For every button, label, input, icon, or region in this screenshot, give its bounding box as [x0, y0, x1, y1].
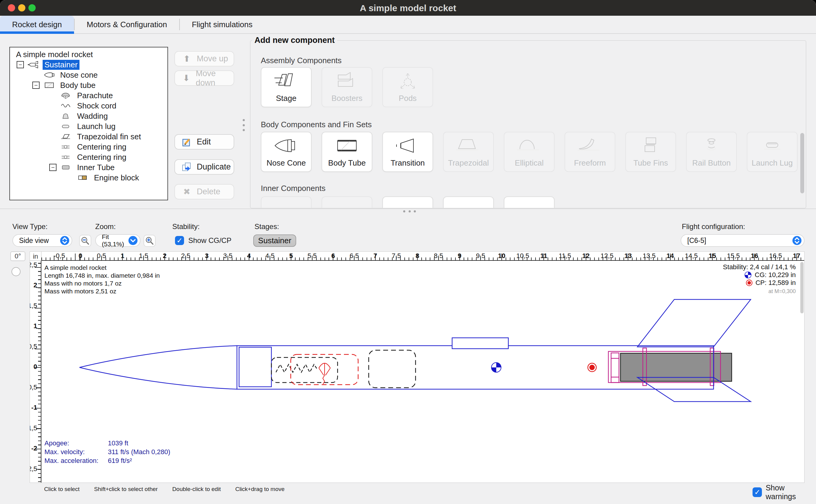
- tree-item-engine-block[interactable]: Engine block: [10, 173, 167, 183]
- h-ruler-label: 14,5: [685, 252, 698, 260]
- tree-item-centering-ring[interactable]: Centering ring: [10, 142, 167, 152]
- tree-item-centering-ring[interactable]: Centering ring: [10, 152, 167, 162]
- tree-item-nose-cone[interactable]: Nose cone: [10, 70, 167, 80]
- add-nose-cone-button[interactable]: Nose Cone: [261, 132, 312, 172]
- add-transition-button[interactable]: Transition: [382, 132, 433, 172]
- move-down-button[interactable]: ⬇ Move down: [174, 70, 234, 86]
- card-label: Stage: [276, 94, 296, 103]
- show-warnings-label: Show warnings: [766, 483, 816, 501]
- tree-item-wadding[interactable]: Wadding: [10, 111, 167, 121]
- add-pods-button[interactable]: Pods: [382, 67, 433, 107]
- add-centering-ring-button[interactable]: [443, 196, 494, 208]
- cp-value: CP: 12,589 in: [756, 279, 796, 287]
- apogee-label: Apogee:: [44, 439, 108, 447]
- flight-config-select[interactable]: [C6-5]: [681, 234, 805, 247]
- h-ruler-label: 10,5: [516, 252, 529, 260]
- add-panel-scrollbar[interactable]: [800, 133, 804, 193]
- zoom-select[interactable]: Fit (53,1%): [95, 234, 141, 247]
- stage-toggle-sustainer[interactable]: Sustainer: [253, 234, 296, 247]
- show-warnings-control[interactable]: ✓ Show warnings: [753, 483, 816, 501]
- add-rail-button-button[interactable]: Rail Button: [686, 132, 737, 172]
- card-label: Freeform: [574, 158, 606, 168]
- delete-button[interactable]: ✖ Delete: [174, 184, 234, 199]
- add-elliptical-button[interactable]: Elliptical: [504, 132, 555, 172]
- rotation-dial[interactable]: [11, 267, 21, 276]
- horizontal-splitter-handle[interactable]: [403, 210, 416, 212]
- h-ruler-label: 4,5: [265, 252, 275, 260]
- view-type-label: View Type:: [12, 222, 48, 231]
- show-cgcp-control[interactable]: ✓ Show CG/CP: [175, 236, 232, 245]
- canvas-scrollbar[interactable]: [800, 262, 804, 313]
- h-ruler-label: 5: [289, 252, 293, 260]
- tree-expander-icon[interactable]: −: [49, 164, 57, 171]
- add-trapezoidal-button[interactable]: Trapezoidal: [443, 132, 494, 172]
- tree-item-label: Inner Tube: [75, 163, 116, 173]
- tab-flight-simulations[interactable]: Flight simulations: [180, 16, 265, 33]
- rotation-angle-field[interactable]: 0°: [10, 251, 25, 261]
- rocket-canvas[interactable]: in -0,500,511,522,533,544,555,566,577,58…: [30, 251, 805, 483]
- add-body-tube-button[interactable]: Body Tube: [322, 132, 372, 172]
- view-type-select[interactable]: Side view: [12, 234, 72, 247]
- edit-button[interactable]: Edit: [174, 134, 234, 150]
- component-tree[interactable]: A simple model rocket−SustainerNose cone…: [9, 47, 168, 200]
- tree-expander-icon[interactable]: −: [17, 61, 24, 68]
- boosters-icon: [333, 71, 361, 93]
- show-cgcp-checkbox[interactable]: ✓: [175, 236, 184, 245]
- titlebar: A simple model rocket: [0, 0, 816, 16]
- add-tube-coupler-button[interactable]: [261, 196, 312, 208]
- card-label: Nose Cone: [267, 158, 306, 168]
- fin-set-icon: [59, 133, 72, 141]
- zoom-out-button[interactable]: [79, 235, 91, 247]
- add-tube-fins-button[interactable]: Tube Fins: [625, 132, 676, 172]
- hint-text: Click to select: [44, 486, 79, 493]
- tree-item-shock-cord[interactable]: Shock cord: [10, 101, 167, 111]
- card-label: Transition: [390, 158, 425, 168]
- tree-item-label: Parachute: [75, 91, 115, 101]
- add-component-title: Add new component: [252, 36, 337, 45]
- card-label: Rail Button: [692, 158, 730, 168]
- section-label-inner-components: Inner Components: [261, 184, 325, 193]
- add-freeform-button[interactable]: Freeform: [565, 132, 615, 172]
- flight-config-value: [C6-5]: [687, 237, 792, 245]
- v-ruler-label: -0,5: [30, 383, 37, 391]
- tree-item-launch-lug[interactable]: Launch lug: [10, 121, 167, 131]
- h-ruler-label: 14: [666, 252, 674, 260]
- tree-item-label: Centering ring: [75, 152, 128, 162]
- edit-label: Edit: [197, 137, 211, 147]
- v-ruler-label: 1: [34, 322, 37, 330]
- engine-block-icon: [76, 174, 89, 182]
- add-stage-button[interactable]: Stage: [261, 67, 312, 107]
- add-launch-lug-button[interactable]: Launch Lug: [747, 132, 798, 172]
- section-label-assembly-components: Assembly Components: [261, 56, 342, 65]
- tree-item-root[interactable]: A simple model rocket: [10, 49, 167, 60]
- vertical-splitter-handle[interactable]: [243, 119, 245, 131]
- add-engine-block-button[interactable]: [504, 196, 555, 208]
- horizontal-ruler: -0,500,511,522,533,544,555,566,577,588,5…: [41, 252, 805, 261]
- zoom-in-button[interactable]: [144, 235, 156, 247]
- tree-item-inner-tube[interactable]: −Inner Tube: [10, 162, 167, 173]
- zoom-label: Zoom:: [95, 222, 116, 231]
- add-inner-tube-button[interactable]: [382, 196, 433, 208]
- h-ruler-label: 17: [793, 252, 800, 260]
- mach-note: at M=0,300: [723, 287, 796, 295]
- tab-rocket-design[interactable]: Rocket design: [0, 16, 74, 33]
- card-label: Trapezoidal: [448, 158, 489, 168]
- tree-item-trapezoidal-fin-set[interactable]: Trapezoidal fin set: [10, 131, 167, 142]
- rocket-info-block: A simple model rocketLength 16,748 in, m…: [44, 264, 160, 295]
- tree-item-parachute[interactable]: Parachute: [10, 90, 167, 101]
- tree-item-sustainer[interactable]: −Sustainer: [10, 60, 167, 70]
- tab-motors-configuration[interactable]: Motors & Configuration: [75, 16, 179, 33]
- duplicate-button[interactable]: Duplicate: [174, 159, 234, 175]
- launch-lug-icon: [759, 136, 786, 158]
- tree-expander-icon[interactable]: −: [32, 82, 40, 89]
- add-boosters-button[interactable]: Boosters: [322, 67, 372, 107]
- v-ruler-label: -2,5: [30, 465, 37, 473]
- edit-pencil-icon: [182, 137, 192, 147]
- move-down-label: Move down: [196, 69, 234, 88]
- add-bulkhead-button[interactable]: [322, 196, 372, 208]
- h-ruler-label: 3: [205, 252, 209, 260]
- tree-item-body-tube[interactable]: −Body tube: [10, 80, 167, 90]
- show-warnings-checkbox[interactable]: ✓: [753, 487, 762, 497]
- card-row: Nose ConeBody TubeTransitionTrapezoidalE…: [261, 132, 798, 172]
- move-up-button[interactable]: ⬆ Move up: [174, 51, 234, 66]
